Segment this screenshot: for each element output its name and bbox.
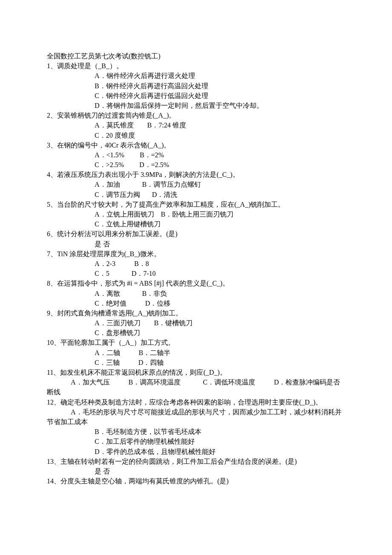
q2-stem: 2、安装锥柄铣刀的过渡套筒内锥是(_A_)。 xyxy=(47,110,345,120)
q1-opt-c: C．钢件经淬火后再进行低温回火处理 xyxy=(47,91,345,101)
q12-stem: 12、确定毛坯种类及制造方法时，应综合考虑各种因素的影响，合理选用时主要应使(_… xyxy=(47,397,345,407)
q1-opt-a: A．钢件经淬火后再进行退火处理 xyxy=(47,71,345,81)
q6-stem: 6、统计分析法可以用来分析加工误差。(是) xyxy=(47,229,345,239)
q10-stem: 10、平面轮廓加工属于（_A_）加工方式。 xyxy=(47,338,345,347)
q12-opt-a: A．毛坯的形状与尺寸尽可能接近成品的形状与尺寸，因而减少加工工时，减少材料消耗并… xyxy=(47,407,345,427)
exam-title: 全国数控工艺员第七次考试(数控铣工) xyxy=(47,51,345,61)
q12-opt-d: D．零件的总成本低，且物理机械性能好 xyxy=(47,447,345,457)
q4-opts-2: C．调节压力阀 D．清洗 xyxy=(47,190,345,199)
q9-opts-2: C．盘形槽铣刀 xyxy=(47,328,345,338)
q3-opts-1: A．<1.5% B．=2% xyxy=(47,150,345,160)
q6-opts: 是 否 xyxy=(47,239,345,249)
q1-stem: 1、调质处理是（_B_）。 xyxy=(47,61,345,71)
q4-opts-1: A．加油 B．调节压力点螺钉 xyxy=(47,179,345,189)
q3-stem: 3、在钢的编号中，40Cr 表示含铬(_A_)。 xyxy=(47,140,345,150)
q12-opt-c: C．加工后零件的物理机械性能好 xyxy=(47,436,345,446)
q8-opts-1: A．离散 B．非负 xyxy=(47,289,345,298)
q10-opts-2: C．三轴 D．四轴 xyxy=(47,358,345,367)
q8-stem: 8、在运算指令中，形式为 #i = ABS [#j] 代表的意义是(_C_)。 xyxy=(47,278,345,288)
q11-stem: 11、如发生机床不能正常返回机床原点的情况，则应(_D_)。 xyxy=(47,367,345,377)
q2-opts-2: C．20 度锥度 xyxy=(47,130,345,140)
q2-opts-1: A．莫氏锥度 B．7:24 锥度 xyxy=(47,120,345,130)
q9-stem: 9、封闭式直角沟槽通常选用(_A_)铣削加工。 xyxy=(47,308,345,318)
q14-stem: 14、分度头主轴是空心轴，两端均有莫氏锥度的内锥孔。(是) xyxy=(47,476,345,486)
q5-stem: 5、当台阶的尺寸较大时，为了提高生产效率和加工精度，应在(_A_)铣削加工。 xyxy=(47,199,345,209)
q10-opts-1: A．二轴 B．二轴半 xyxy=(47,348,345,358)
q11-opts: A．加大气压 B．调高环境温度 C．调低环境温度 D．检查脉冲编码是否断线 xyxy=(47,377,345,397)
q7-opts-2: C．5 D．7-10 xyxy=(47,269,345,278)
q1-opt-b: B．钢件经淬火后再进行高温回火处理 xyxy=(47,81,345,91)
q7-opts-1: A．2-3 B．8 xyxy=(47,259,345,269)
q9-opts-1: A．三面刃铣刀 B．键槽铣刀 xyxy=(47,318,345,328)
q8-opts-2: C．绝对值 D．位移 xyxy=(47,298,345,308)
q7-stem: 7、TiN 涂层处理层厚度为(_B_)微米。 xyxy=(47,249,345,259)
q4-stem: 4、若液压系统压力表出现小于 3.9MPa，则解决的方法是(_C_)。 xyxy=(47,170,345,179)
q5-opts-1: A．立铣上用面铣刀 B．卧铣上用三面刃铣刀 xyxy=(47,209,345,219)
q5-opts-2: C．立铣上用键槽铣刀 xyxy=(47,219,345,229)
q13-stem: 13、主轴在转动时若有一定的径向圆跳动，则工件加工后会产生结合度的误差。(是) xyxy=(47,457,345,466)
q3-opts-2: C．>2.5% D．=2.5% xyxy=(47,160,345,170)
q13-opts: 是 否 xyxy=(47,466,345,476)
q1-opt-d: D．将钢件加温后保持一定时间，然后置于空气中冷却。 xyxy=(47,101,345,110)
q12-opt-b: B．毛坯制造方便，以节省毛坯成本 xyxy=(47,427,345,436)
